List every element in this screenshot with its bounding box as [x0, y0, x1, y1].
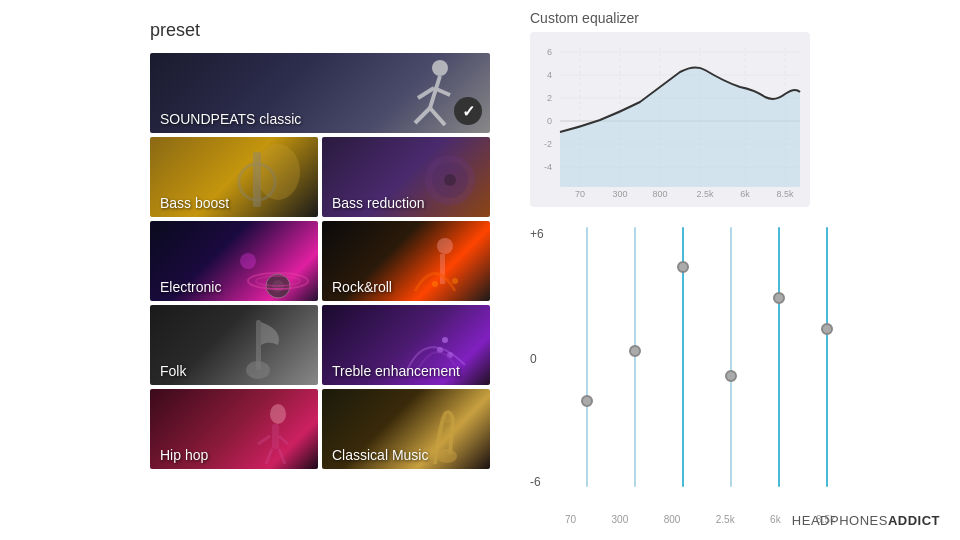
svg-text:2: 2 [547, 93, 552, 103]
slider-2500hz[interactable] [716, 227, 746, 487]
svg-point-26 [270, 404, 286, 424]
freq-label-300: 300 [612, 514, 629, 525]
preset-item-bass-reduction[interactable]: Bass reduction [322, 137, 490, 217]
eq-zero-label: 0 [530, 352, 537, 366]
preset-hiphop-label: Hip hop [150, 441, 218, 469]
brand-text1: HEADPHONES [792, 513, 888, 528]
slider-70hz[interactable] [572, 227, 602, 487]
preset-bass-reduction-label: Bass reduction [322, 189, 435, 217]
preset-classical-label: Classical Music [322, 441, 438, 469]
eq-chart: 6 4 2 0 -2 -4 70 300 800 2.5k 6k 8.5k [530, 32, 810, 207]
svg-text:-2: -2 [544, 139, 552, 149]
svg-point-17 [437, 238, 453, 254]
freq-label-70: 70 [565, 514, 576, 525]
freq-label-6k: 6k [770, 514, 781, 525]
svg-point-16 [240, 253, 256, 269]
preset-item-hiphop[interactable]: Hip hop [150, 389, 318, 469]
svg-point-20 [432, 281, 438, 287]
preset-row-5: Hip hop Classical Music [150, 389, 490, 469]
brand-footer: HEADPHONESADDICT [792, 513, 940, 528]
svg-rect-22 [256, 320, 261, 370]
svg-point-23 [442, 337, 448, 343]
svg-line-29 [279, 436, 288, 444]
svg-rect-27 [272, 424, 279, 449]
preset-item-classic[interactable]: SOUNDPEATS classic [150, 53, 490, 133]
right-panel: Custom equalizer 6 4 2 0 -2 -4 [510, 0, 960, 540]
svg-point-6 [256, 144, 300, 200]
preset-electronic-label: Electronic [150, 273, 231, 301]
svg-point-11 [444, 174, 456, 186]
brand-text2: ADDICT [888, 513, 940, 528]
freq-label-2500: 2.5k [716, 514, 735, 525]
preset-rock-label: Rock&roll [322, 273, 402, 301]
svg-text:-4: -4 [544, 162, 552, 172]
preset-item-folk[interactable]: Folk [150, 305, 318, 385]
svg-text:4: 4 [547, 70, 552, 80]
svg-line-2 [415, 108, 430, 123]
svg-text:6: 6 [547, 47, 552, 57]
svg-line-3 [430, 108, 445, 125]
svg-point-33 [442, 415, 452, 423]
preset-classic-label: SOUNDPEATS classic [150, 105, 311, 133]
svg-point-0 [432, 60, 448, 76]
preset-row-4: Folk Treble enhancement [150, 305, 490, 385]
eq-sliders-area: +6 0 -6 [530, 227, 820, 507]
check-selected-icon [454, 97, 482, 125]
preset-row-3: Electronic Rock&roll [150, 221, 490, 301]
eq-title: Custom equalizer [530, 10, 940, 26]
freq-label-800: 800 [664, 514, 681, 525]
svg-text:0: 0 [547, 116, 552, 126]
svg-text:300: 300 [612, 189, 627, 199]
svg-rect-18 [440, 254, 445, 284]
eq-minus6-label: -6 [530, 475, 541, 489]
preset-label: preset [150, 20, 490, 41]
svg-text:8.5k: 8.5k [776, 189, 794, 199]
slider-6khz[interactable] [764, 227, 794, 487]
svg-line-30 [266, 449, 272, 464]
svg-line-28 [258, 436, 270, 444]
preset-row-1: SOUNDPEATS classic [150, 53, 490, 133]
eq-plus6-label: +6 [530, 227, 544, 241]
slider-300hz[interactable] [620, 227, 650, 487]
preset-folk-label: Folk [150, 357, 196, 385]
chart-container: 6 4 2 0 -2 -4 70 300 800 2.5k 6k 8.5k [530, 32, 810, 207]
left-panel: preset SOUNDPEATS classic [0, 0, 510, 540]
svg-point-32 [437, 449, 457, 463]
preset-row-2: Bass boost Bass reduction [150, 137, 490, 217]
preset-item-rock[interactable]: Rock&roll [322, 221, 490, 301]
svg-text:2.5k: 2.5k [696, 189, 714, 199]
preset-item-electronic[interactable]: Electronic [150, 221, 318, 301]
svg-point-19 [452, 278, 458, 284]
svg-line-31 [279, 449, 285, 464]
preset-grid: SOUNDPEATS classic Bass boost [150, 53, 490, 469]
preset-treble-label: Treble enhancement [322, 357, 470, 385]
preset-item-classical[interactable]: Classical Music [322, 389, 490, 469]
svg-text:800: 800 [652, 189, 667, 199]
slider-8500hz[interactable] [812, 227, 842, 487]
svg-text:6k: 6k [740, 189, 750, 199]
slider-800hz[interactable] [668, 227, 698, 487]
preset-item-treble[interactable]: Treble enhancement [322, 305, 490, 385]
svg-text:70: 70 [575, 189, 585, 199]
preset-bass-boost-label: Bass boost [150, 189, 239, 217]
preset-item-bass-boost[interactable]: Bass boost [150, 137, 318, 217]
